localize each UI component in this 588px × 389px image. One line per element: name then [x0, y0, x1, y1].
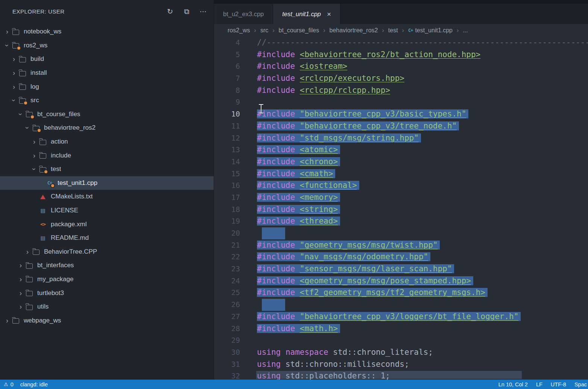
line-number[interactable]: 26 — [214, 299, 240, 311]
code-line-6[interactable]: 6#include <iostream> — [214, 61, 588, 73]
code-line-24[interactable]: 24#include <geometry_msgs/msg/pose_stamp… — [214, 275, 588, 287]
tree-item-ros2_ws[interactable]: ›ros2_ws — [0, 39, 214, 53]
tree-item-LICENSE[interactable]: ▤LICENSE — [0, 204, 214, 218]
line-number[interactable]: 17 — [214, 192, 240, 204]
code-line-13[interactable]: 13#include <atomic> — [214, 144, 588, 156]
line-number[interactable]: 29 — [214, 335, 240, 347]
tree-item-include[interactable]: ›include — [0, 148, 214, 162]
tree-item-test_unit1.cpp[interactable]: C+test_unit1.cpp — [0, 176, 214, 190]
tree-item-build[interactable]: ›build — [0, 52, 214, 66]
breadcrumb-item-src[interactable]: src — [260, 27, 268, 34]
line-number[interactable]: 8 — [214, 85, 240, 97]
line-number[interactable]: 12 — [214, 132, 240, 144]
chevron-down-icon[interactable]: › — [11, 96, 17, 104]
code-line-30[interactable]: 30using namespace std::chrono_literals; — [214, 347, 588, 359]
line-number[interactable]: 4 — [214, 37, 240, 49]
encoding-indicator[interactable]: UTF-8 — [551, 381, 566, 387]
close-tab-icon[interactable]: × — [327, 11, 331, 18]
language-server-status[interactable]: clangd: idle — [20, 381, 48, 387]
line-number[interactable]: 5 — [214, 49, 240, 61]
breadcrumb-item-test_unit1.cpp[interactable]: C+test_unit1.cpp — [408, 27, 453, 34]
chevron-right-icon[interactable]: › — [10, 56, 18, 62]
chevron-right-icon[interactable]: › — [17, 290, 25, 297]
code-line-26[interactable]: 26 — [214, 299, 588, 311]
line-number[interactable]: 21 — [214, 239, 240, 251]
line-number[interactable]: 6 — [214, 61, 240, 73]
code-line-5[interactable]: 5#include <behaviortree_ros2/bt_action_n… — [214, 49, 588, 61]
code-line-27[interactable]: 27#include "behaviortree_cpp_v3/loggers/… — [214, 311, 588, 323]
indentation-indicator[interactable]: Spac — [574, 381, 587, 387]
code-line-20[interactable]: 20 — [214, 227, 588, 239]
line-number[interactable]: 19 — [214, 215, 240, 227]
code-editor[interactable]: 4//-------------------------------------… — [214, 37, 588, 380]
chevron-down-icon[interactable]: › — [4, 41, 11, 50]
code-line-4[interactable]: 4//-------------------------------------… — [214, 37, 588, 49]
tree-item-notebook_ws[interactable]: ›notebook_ws — [0, 25, 214, 39]
tree-item-BehaviorTree.CPP[interactable]: ›BehaviorTree.CPP — [0, 245, 214, 259]
collapse-folders-icon[interactable]: ⧉ — [183, 8, 190, 15]
line-number[interactable]: 30 — [214, 347, 240, 359]
cursor-position[interactable]: Ln 10, Col 2 — [498, 381, 528, 387]
line-number[interactable]: 15 — [214, 168, 240, 180]
code-line-15[interactable]: 15#include <cmath> — [214, 168, 588, 180]
tree-item-log[interactable]: ›log — [0, 80, 214, 94]
line-number[interactable]: 11 — [214, 120, 240, 132]
line-number[interactable]: 18 — [214, 204, 240, 216]
code-line-16[interactable]: 16#include <functional> — [214, 180, 588, 192]
code-line-28[interactable]: 28#include <math.h> — [214, 323, 588, 335]
chevron-right-icon[interactable]: › — [3, 28, 11, 35]
code-line-14[interactable]: 14#include <chrono> — [214, 156, 588, 168]
code-line-23[interactable]: 23#include "sensor_msgs/msg/laser_scan.h… — [214, 263, 588, 275]
tree-item-install[interactable]: ›install — [0, 66, 214, 80]
chevron-right-icon[interactable]: › — [30, 138, 38, 145]
line-number[interactable]: 14 — [214, 156, 240, 168]
chevron-right-icon[interactable]: › — [17, 303, 25, 310]
code-line-10[interactable]: 10#include "behaviortree_cpp_v3/basic_ty… — [214, 108, 588, 120]
line-number[interactable]: 13 — [214, 144, 240, 156]
line-number[interactable]: 24 — [214, 275, 240, 287]
breadcrumb-item-ros2_ws[interactable]: ros2_ws — [228, 27, 250, 34]
line-number[interactable]: 25 — [214, 287, 240, 299]
tree-item-turtlebot3[interactable]: ›turtlebot3 — [0, 286, 214, 300]
breadcrumb-item-...[interactable]: ... — [463, 27, 468, 34]
line-number[interactable]: 9 — [214, 96, 240, 108]
code-line-17[interactable]: 17#include <memory> — [214, 192, 588, 204]
line-number[interactable]: 27 — [214, 311, 240, 323]
tree-item-CMakeLists.txt[interactable]: CMakeLists.txt — [0, 190, 214, 204]
tree-item-test[interactable]: ›test — [0, 162, 214, 176]
code-line-21[interactable]: 21#include "geometry_msgs/msg/twist.hpp" — [214, 239, 588, 251]
chevron-right-icon[interactable]: › — [17, 276, 25, 283]
chevron-right-icon[interactable]: › — [30, 152, 38, 159]
refresh-icon[interactable]: ↻ — [166, 8, 174, 15]
chevron-right-icon[interactable]: › — [17, 262, 25, 269]
chevron-down-icon[interactable]: › — [31, 165, 38, 173]
editor-tab-bt_u2_ex3.cpp[interactable]: bt_u2_ex3.cpp — [214, 4, 273, 24]
code-line-19[interactable]: 19#include <thread> — [214, 215, 588, 227]
tree-item-behaviortree_ros2[interactable]: ›behaviortree_ros2 — [0, 121, 214, 135]
tree-item-my_package[interactable]: ›my_package — [0, 272, 214, 286]
tree-item-bt_interfaces[interactable]: ›bt_interfaces — [0, 259, 214, 272]
breadcrumb-item-behaviortree_ros2[interactable]: behaviortree_ros2 — [330, 27, 378, 34]
tree-item-src[interactable]: ›src — [0, 94, 214, 107]
more-actions-icon[interactable]: ⋯ — [199, 8, 207, 15]
code-line-29[interactable]: 29 — [214, 335, 588, 347]
code-line-22[interactable]: 22#include "nav_msgs/msg/odometry.hpp" — [214, 251, 588, 263]
code-line-12[interactable]: 12#include "std_msgs/msg/string.hpp" — [214, 132, 588, 144]
line-number[interactable]: 10 — [214, 108, 240, 120]
code-line-8[interactable]: 8#include <rclcpp/rclcpp.hpp> — [214, 85, 588, 97]
editor-tab-test_unit1.cpp[interactable]: test_unit1.cpp× — [273, 4, 340, 24]
breadcrumb-item-test[interactable]: test — [388, 27, 398, 34]
tree-item-webpage_ws[interactable]: ›webpage_ws — [0, 313, 214, 327]
line-number[interactable]: 22 — [214, 251, 240, 263]
chevron-right-icon[interactable]: › — [3, 317, 11, 324]
code-line-11[interactable]: 11#include "behaviortree_cpp_v3/tree_nod… — [214, 120, 588, 132]
code-line-25[interactable]: 25#include <tf2_geometry_msgs/tf2_geomet… — [214, 287, 588, 299]
line-number[interactable]: 23 — [214, 263, 240, 275]
chevron-right-icon[interactable]: › — [10, 83, 18, 90]
eol-indicator[interactable]: LF — [536, 381, 542, 387]
tree-item-utils[interactable]: ›utils — [0, 300, 214, 314]
code-line-18[interactable]: 18#include <string> — [214, 204, 588, 216]
chevron-down-icon[interactable]: › — [17, 110, 24, 118]
tree-item-package.xml[interactable]: <>package.xml — [0, 217, 214, 231]
problems-indicator[interactable]: ⚠ 0 — [4, 381, 14, 387]
